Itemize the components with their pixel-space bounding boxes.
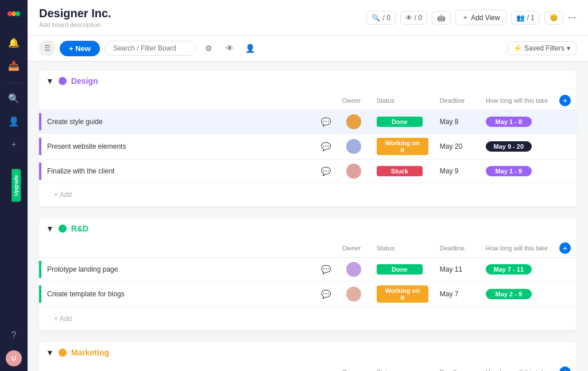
group-toggle-marketing[interactable]: ▼ [46, 348, 54, 357]
task-row-4: Prototype landing page 💬 Done May 11 May… [39, 258, 577, 281]
saved-filters-button[interactable]: ⚡ Saved Filters ▾ [507, 41, 577, 55]
group-name-design: Design [71, 76, 98, 86]
comment-icon-1[interactable]: 💬 [321, 117, 331, 126]
task-comment-cell-1: 💬 [315, 110, 336, 134]
col-owner-header: Owner [336, 91, 371, 110]
collapse-button[interactable]: ☰ [39, 40, 55, 56]
task-name-text-2[interactable]: Present website elements [47, 142, 126, 150]
task-name-cell-2: Present website elements [41, 134, 315, 160]
task-name-cell-1: Create style guide [41, 110, 315, 134]
add-column-button-rd[interactable]: + [559, 242, 571, 254]
group-design: ▼ Design Owner Status Deadline How long … [39, 71, 577, 207]
timeline-badge-2[interactable]: May 9 - 20 [486, 141, 532, 152]
svg-point-2 [16, 11, 20, 16]
sidebar-icon-inbox[interactable]: 📥 [3, 55, 24, 76]
col-timeline-header: How long will this take [480, 363, 554, 371]
sidebar-icon-bell[interactable]: 🔔 [3, 32, 24, 53]
task-deadline-cell-3: May 9 [434, 160, 480, 183]
user-action[interactable]: 😊 [544, 11, 563, 25]
eye-icon[interactable]: 👁 [222, 40, 238, 56]
add-column-button-marketing[interactable]: + [559, 366, 571, 371]
zoom-icon: 🔍 [372, 14, 380, 22]
group-name-marketing: Marketing [71, 348, 109, 357]
filter-icon[interactable]: ⚙ [201, 40, 217, 56]
sidebar-divider [5, 83, 23, 83]
person-filter-icon[interactable]: 👤 [242, 40, 258, 56]
task-name-text-3[interactable]: Finalize with the client [47, 167, 114, 175]
sidebar-icon-person[interactable]: 👤 [3, 111, 24, 132]
page-header: Designer Inc. Add board description 🔍 / … [28, 0, 588, 36]
timeline-badge-5[interactable]: May 2 - 9 [486, 289, 532, 299]
page-title: Designer Inc. [39, 7, 111, 20]
owner-avatar-2[interactable] [346, 139, 361, 154]
header-actions: 🔍 / 0 👁 / 0 🤖 ＋ Add View 👥 / 1 [366, 10, 577, 25]
owner-avatar-1[interactable] [346, 114, 361, 129]
comment-icon-2[interactable]: 💬 [321, 142, 331, 151]
comment-icon-5[interactable]: 💬 [321, 289, 331, 299]
robot-action[interactable]: 🤖 [432, 11, 451, 25]
page-subtitle[interactable]: Add board description [39, 21, 111, 28]
col-timeline-header: How long will this take [480, 91, 554, 110]
deadline-text-4: May 11 [440, 265, 462, 273]
task-timeline-cell-5: May 2 - 9 [480, 281, 554, 307]
deadline-text-1: May 8 [440, 118, 459, 126]
zoom-action[interactable]: 🔍 / 0 [366, 11, 395, 25]
new-item-button[interactable]: + New [60, 41, 100, 56]
owner-avatar-4[interactable] [346, 262, 361, 277]
status-badge-5[interactable]: Working on it [377, 285, 428, 303]
group-toggle-rd[interactable]: ▼ [46, 224, 54, 233]
comment-icon-4[interactable]: 💬 [321, 265, 331, 274]
share-action[interactable]: 👁 / 0 [400, 11, 427, 25]
add-task-button-rd[interactable]: + Add [47, 311, 571, 326]
main-area: Designer Inc. Add board description 🔍 / … [28, 0, 588, 371]
col-status-header: Status [371, 91, 434, 110]
filter-icon-small: ⚡ [513, 44, 522, 52]
sidebar-icon-add[interactable]: ＋ [3, 134, 24, 154]
owner-avatar-5[interactable] [346, 287, 361, 302]
col-plus-header: + [554, 91, 577, 110]
col-deadline-header: Deadline [434, 91, 480, 110]
task-status-cell-3: Stuck [371, 160, 434, 183]
members-action[interactable]: 👥 / 1 [511, 11, 540, 25]
search-input[interactable] [105, 41, 196, 56]
more-options-button[interactable]: ··· [568, 11, 577, 24]
task-owner-cell-1 [336, 110, 371, 134]
sidebar: 🔔 📥 🔍 👤 ＋ Upgrade ? U [0, 0, 28, 371]
user-avatar[interactable]: U [6, 350, 22, 366]
sidebar-icon-search[interactable]: 🔍 [3, 88, 24, 109]
comment-icon-3[interactable]: 💬 [321, 167, 331, 176]
group-toggle-design[interactable]: ▼ [46, 76, 54, 86]
sidebar-icon-help[interactable]: ? [3, 325, 24, 346]
upgrade-button[interactable]: Upgrade [11, 169, 21, 202]
add-task-button-design[interactable]: + Add [47, 187, 571, 202]
status-badge-1[interactable]: Done [377, 117, 423, 127]
timeline-badge-3[interactable]: May 1 - 9 [486, 166, 532, 176]
task-owner-cell-4 [336, 258, 371, 281]
task-status-cell-4: Done [371, 258, 434, 281]
timeline-badge-4[interactable]: May 7 - 11 [486, 264, 532, 275]
col-status-header: Status [371, 239, 434, 258]
task-name-cell-5: Create template for blogs [41, 281, 315, 307]
share-icon: 👁 [405, 14, 412, 22]
col-comment-header [315, 239, 336, 258]
task-comment-cell-3: 💬 [315, 160, 336, 183]
task-name-text-5[interactable]: Create template for blogs [47, 290, 125, 298]
upgrade-badge-wrap: Upgrade [0, 181, 33, 190]
task-deadline-cell-1: May 8 [434, 110, 480, 134]
app-logo[interactable] [5, 5, 23, 23]
owner-avatar-3[interactable] [346, 164, 361, 179]
task-comment-cell-4: 💬 [315, 258, 336, 281]
status-badge-3[interactable]: Stuck [377, 166, 423, 176]
add-column-button-design[interactable]: + [559, 95, 571, 106]
task-extra-cell-3 [554, 160, 577, 183]
task-name-text-4[interactable]: Prototype landing page [47, 265, 118, 273]
add-view-button[interactable]: ＋ Add View [455, 10, 506, 25]
timeline-badge-1[interactable]: May 1 - 8 [486, 117, 532, 127]
task-row-3: Finalize with the client 💬 Stuck May 9 M… [39, 160, 577, 183]
status-badge-4[interactable]: Done [377, 264, 423, 275]
deadline-text-2: May 20 [440, 142, 462, 150]
deadline-text-5: May 7 [440, 290, 459, 298]
status-badge-2[interactable]: Working on it [377, 138, 428, 155]
task-name-cell-4: Prototype landing page [41, 258, 315, 281]
task-name-text-1[interactable]: Create style guide [47, 118, 103, 126]
